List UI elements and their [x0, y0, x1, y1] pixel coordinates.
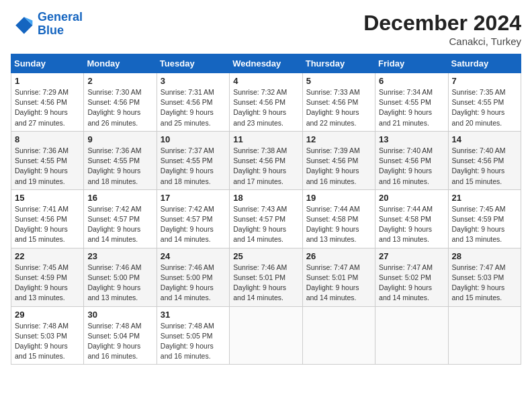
- day-number: 21: [452, 193, 517, 203]
- day-info: Sunrise: 7:40 AMSunset: 4:56 PMDaylight:…: [379, 146, 444, 187]
- day-info: Sunrise: 7:35 AMSunset: 4:55 PMDaylight:…: [452, 87, 517, 128]
- day-info: Sunrise: 7:33 AMSunset: 4:56 PMDaylight:…: [306, 87, 371, 128]
- title-block: December 2024 Canakci, Turkey: [363, 11, 521, 47]
- day-cell: 8 Sunrise: 7:36 AMSunset: 4:55 PMDayligh…: [11, 131, 84, 189]
- day-number: 30: [87, 310, 152, 320]
- location-subtitle: Canakci, Turkey: [363, 36, 521, 47]
- day-cell: 24 Sunrise: 7:46 AMSunset: 5:00 PMDaylig…: [157, 248, 229, 306]
- day-info: Sunrise: 7:47 AMSunset: 5:01 PMDaylight:…: [306, 263, 371, 304]
- day-number: 24: [161, 251, 226, 261]
- day-cell: 25 Sunrise: 7:46 AMSunset: 5:01 PMDaylig…: [230, 248, 302, 306]
- day-number: 31: [161, 310, 226, 320]
- day-info: Sunrise: 7:30 AMSunset: 4:56 PMDaylight:…: [87, 87, 152, 128]
- day-info: Sunrise: 7:32 AMSunset: 4:56 PMDaylight:…: [233, 87, 298, 128]
- day-cell: 19 Sunrise: 7:44 AMSunset: 4:58 PMDaylig…: [302, 189, 375, 248]
- day-cell: 12 Sunrise: 7:39 AMSunset: 4:56 PMDaylig…: [302, 131, 375, 189]
- day-cell: 13 Sunrise: 7:40 AMSunset: 4:56 PMDaylig…: [375, 131, 448, 189]
- day-cell: 9 Sunrise: 7:36 AMSunset: 4:55 PMDayligh…: [84, 131, 157, 189]
- day-cell: 27 Sunrise: 7:47 AMSunset: 5:02 PMDaylig…: [375, 248, 448, 306]
- week-row-3: 15 Sunrise: 7:41 AMSunset: 4:56 PMDaylig…: [11, 189, 521, 248]
- month-title: December 2024: [363, 11, 521, 36]
- day-cell: 17 Sunrise: 7:42 AMSunset: 4:57 PMDaylig…: [157, 189, 229, 248]
- day-cell: 23 Sunrise: 7:46 AMSunset: 5:00 PMDaylig…: [84, 248, 157, 306]
- day-number: 17: [161, 193, 226, 203]
- day-info: Sunrise: 7:34 AMSunset: 4:55 PMDaylight:…: [379, 87, 444, 128]
- day-info: Sunrise: 7:46 AMSunset: 5:01 PMDaylight:…: [233, 263, 298, 304]
- day-cell: 11 Sunrise: 7:38 AMSunset: 4:56 PMDaylig…: [230, 131, 302, 189]
- day-cell: 6 Sunrise: 7:34 AMSunset: 4:55 PMDayligh…: [375, 73, 448, 132]
- day-info: Sunrise: 7:48 AMSunset: 5:03 PMDaylight:…: [15, 321, 80, 362]
- day-cell: 18 Sunrise: 7:43 AMSunset: 4:57 PMDaylig…: [230, 189, 302, 248]
- day-info: Sunrise: 7:36 AMSunset: 4:55 PMDaylight:…: [87, 146, 152, 187]
- day-info: Sunrise: 7:45 AMSunset: 4:59 PMDaylight:…: [452, 204, 517, 245]
- day-number: 15: [15, 193, 80, 203]
- day-info: Sunrise: 7:48 AMSunset: 5:05 PMDaylight:…: [161, 321, 226, 362]
- day-cell: [375, 306, 448, 365]
- col-header-monday: Monday: [84, 54, 157, 73]
- day-number: 10: [161, 134, 226, 144]
- day-info: Sunrise: 7:46 AMSunset: 5:00 PMDaylight:…: [161, 263, 226, 304]
- day-number: 23: [87, 251, 152, 261]
- day-info: Sunrise: 7:36 AMSunset: 4:55 PMDaylight:…: [15, 146, 80, 187]
- day-number: 26: [306, 251, 371, 261]
- day-number: 25: [233, 251, 298, 261]
- day-cell: 5 Sunrise: 7:33 AMSunset: 4:56 PMDayligh…: [302, 73, 375, 132]
- day-number: 4: [233, 76, 298, 86]
- day-number: 9: [87, 134, 152, 144]
- day-info: Sunrise: 7:39 AMSunset: 4:56 PMDaylight:…: [306, 146, 371, 187]
- day-number: 29: [15, 310, 80, 320]
- day-info: Sunrise: 7:29 AMSunset: 4:56 PMDaylight:…: [15, 87, 80, 128]
- day-cell: 4 Sunrise: 7:32 AMSunset: 4:56 PMDayligh…: [230, 73, 302, 132]
- day-info: Sunrise: 7:48 AMSunset: 5:04 PMDaylight:…: [87, 321, 152, 362]
- day-number: 1: [15, 76, 80, 86]
- col-header-thursday: Thursday: [302, 54, 375, 73]
- week-row-5: 29 Sunrise: 7:48 AMSunset: 5:03 PMDaylig…: [11, 306, 521, 365]
- page-header: General Blue December 2024 Canakci, Turk…: [11, 11, 521, 47]
- day-info: Sunrise: 7:43 AMSunset: 4:57 PMDaylight:…: [233, 204, 298, 245]
- day-cell: 31 Sunrise: 7:48 AMSunset: 5:05 PMDaylig…: [157, 306, 229, 365]
- day-cell: 16 Sunrise: 7:42 AMSunset: 4:57 PMDaylig…: [84, 189, 157, 248]
- day-cell: 29 Sunrise: 7:48 AMSunset: 5:03 PMDaylig…: [11, 306, 84, 365]
- day-info: Sunrise: 7:46 AMSunset: 5:00 PMDaylight:…: [87, 263, 152, 304]
- week-row-1: 1 Sunrise: 7:29 AMSunset: 4:56 PMDayligh…: [11, 73, 521, 132]
- week-row-2: 8 Sunrise: 7:36 AMSunset: 4:55 PMDayligh…: [11, 131, 521, 189]
- day-cell: [302, 306, 375, 365]
- logo-icon: [11, 12, 35, 36]
- calendar-table: SundayMondayTuesdayWednesdayThursdayFrid…: [11, 54, 521, 365]
- day-cell: 26 Sunrise: 7:47 AMSunset: 5:01 PMDaylig…: [302, 248, 375, 306]
- day-number: 20: [379, 193, 444, 203]
- day-info: Sunrise: 7:41 AMSunset: 4:56 PMDaylight:…: [15, 204, 80, 245]
- day-cell: 14 Sunrise: 7:40 AMSunset: 4:56 PMDaylig…: [448, 131, 521, 189]
- day-cell: 2 Sunrise: 7:30 AMSunset: 4:56 PMDayligh…: [84, 73, 157, 132]
- day-info: Sunrise: 7:40 AMSunset: 4:56 PMDaylight:…: [452, 146, 517, 187]
- day-number: 12: [306, 134, 371, 144]
- day-number: 2: [87, 76, 152, 86]
- day-number: 22: [15, 251, 80, 261]
- day-cell: 20 Sunrise: 7:44 AMSunset: 4:58 PMDaylig…: [375, 189, 448, 248]
- logo-text: General Blue: [38, 11, 83, 38]
- day-info: Sunrise: 7:42 AMSunset: 4:57 PMDaylight:…: [87, 204, 152, 245]
- day-number: 11: [233, 134, 298, 144]
- day-number: 18: [233, 193, 298, 203]
- day-number: 13: [379, 134, 444, 144]
- day-number: 16: [87, 193, 152, 203]
- day-info: Sunrise: 7:31 AMSunset: 4:56 PMDaylight:…: [161, 87, 226, 128]
- day-info: Sunrise: 7:42 AMSunset: 4:57 PMDaylight:…: [161, 204, 226, 245]
- day-number: 5: [306, 76, 371, 86]
- col-header-sunday: Sunday: [11, 54, 84, 73]
- day-info: Sunrise: 7:44 AMSunset: 4:58 PMDaylight:…: [379, 204, 444, 245]
- day-info: Sunrise: 7:37 AMSunset: 4:55 PMDaylight:…: [161, 146, 226, 187]
- day-info: Sunrise: 7:47 AMSunset: 5:02 PMDaylight:…: [379, 263, 444, 304]
- day-number: 14: [452, 134, 517, 144]
- day-info: Sunrise: 7:47 AMSunset: 5:03 PMDaylight:…: [452, 263, 517, 304]
- day-number: 3: [161, 76, 226, 86]
- col-header-tuesday: Tuesday: [157, 54, 229, 73]
- day-cell: [230, 306, 302, 365]
- col-header-wednesday: Wednesday: [230, 54, 302, 73]
- day-number: 8: [15, 134, 80, 144]
- day-number: 7: [452, 76, 517, 86]
- day-number: 6: [379, 76, 444, 86]
- day-cell: [448, 306, 521, 365]
- day-cell: 10 Sunrise: 7:37 AMSunset: 4:55 PMDaylig…: [157, 131, 229, 189]
- col-header-saturday: Saturday: [448, 54, 521, 73]
